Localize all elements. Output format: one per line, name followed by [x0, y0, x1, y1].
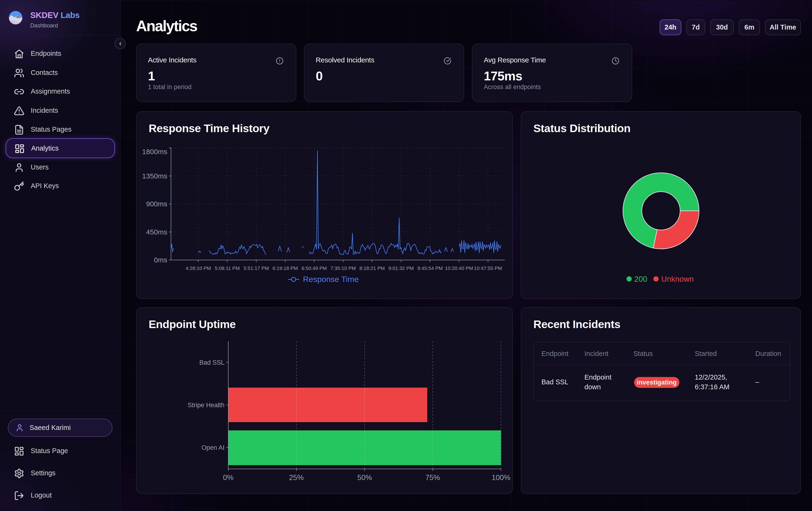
svg-text:900ms: 900ms	[146, 200, 167, 208]
svg-text:9:45:54 PM: 9:45:54 PM	[417, 265, 443, 271]
svg-text:0%: 0%	[223, 474, 234, 482]
svg-text:10:20:40 PM: 10:20:40 PM	[445, 265, 473, 271]
svg-text:5:08:11 PM: 5:08:11 PM	[215, 265, 240, 271]
svg-text:10:47:55 PM: 10:47:55 PM	[474, 265, 502, 271]
svg-text:8:18:21 PM: 8:18:21 PM	[359, 265, 385, 271]
svg-text:5:51:17 PM: 5:51:17 PM	[243, 265, 269, 271]
svg-text:0ms: 0ms	[154, 256, 167, 264]
svg-text:9:01:32 PM: 9:01:32 PM	[388, 265, 413, 271]
svg-text:6:19:18 PM: 6:19:18 PM	[272, 265, 298, 271]
svg-text:100%: 100%	[492, 474, 510, 482]
svg-text:200: 200	[634, 275, 647, 283]
svg-text:75%: 75%	[425, 474, 440, 482]
svg-text:Open AI: Open AI	[201, 444, 225, 451]
svg-text:450ms: 450ms	[146, 228, 167, 236]
svg-text:25%: 25%	[289, 474, 304, 482]
svg-text:6:50:49 PM: 6:50:49 PM	[301, 265, 327, 271]
svg-text:50%: 50%	[357, 474, 372, 482]
svg-text:4:28:10 PM: 4:28:10 PM	[185, 265, 211, 271]
svg-text:1800ms: 1800ms	[142, 148, 167, 155]
svg-text:Stripe Health: Stripe Health	[187, 402, 225, 409]
svg-text:Unknown: Unknown	[661, 275, 694, 283]
svg-text:Response Time: Response Time	[303, 275, 359, 284]
svg-text:7:35:10 PM: 7:35:10 PM	[330, 265, 356, 271]
svg-text:Bad SSL: Bad SSL	[199, 359, 225, 366]
svg-text:1350ms: 1350ms	[142, 172, 167, 180]
